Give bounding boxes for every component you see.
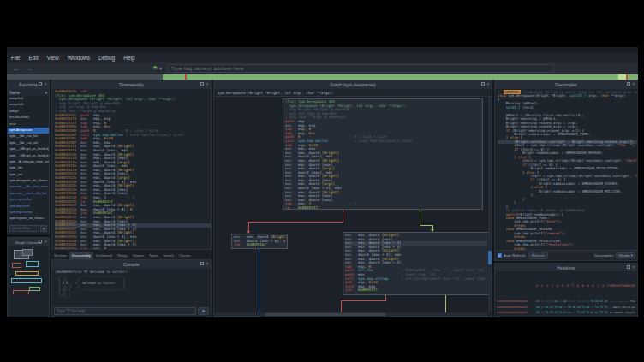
minimap-block: [15, 271, 39, 276]
tab-types[interactable]: Types: [146, 252, 160, 259]
bottom-tab-bar: SectionsDisassemblyDashboardStringsImpor…: [51, 250, 212, 259]
edge-false: [343, 210, 343, 222]
function-item[interactable]: sym._init: [8, 172, 49, 178]
function-item[interactable]: entry0: [8, 109, 49, 115]
function-item[interactable]: sym.register_tm_clones: [8, 216, 49, 222]
graph-canvas[interactable]: (fcn) sym.Aeropause 384 sym.Aeropause (B…: [214, 97, 488, 312]
dock-float-button[interactable]: [627, 82, 630, 86]
code-line[interactable]: void sym.Aeropause(Bright *Bright, uint3…: [498, 94, 637, 98]
function-item[interactable]: sym.deregister_tm_clones: [8, 178, 49, 184]
toolbar: ← → ⚑ ▾ Type flag name or address here: [7, 62, 638, 74]
graph-horizontal-scrollbar[interactable]: [214, 312, 488, 317]
menu-item-windows[interactable]: Windows: [63, 55, 94, 61]
tab-search[interactable]: Search: [161, 252, 176, 259]
dock-close-button[interactable]: ✕: [486, 82, 490, 86]
tab-imports[interactable]: Imports: [130, 252, 146, 259]
scrollbar-thumb[interactable]: [265, 313, 385, 316]
menu-item-file[interactable]: File: [7, 55, 24, 61]
function-item[interactable]: entry.init0: [8, 102, 49, 108]
scrollbar-thumb[interactable]: [488, 251, 492, 264]
console-send-button[interactable]: ➤: [198, 307, 209, 315]
console-panel: Console ✕ [0x080491fc]> ?E Welcome to Cu…: [51, 259, 212, 317]
decompiler-panel: Decompiler ✕ // WARNING: [r2ghidra] Fail…: [494, 80, 638, 261]
forward-arrow-icon[interactable]: →: [26, 65, 33, 73]
function-item[interactable]: entry.fini0: [8, 96, 49, 102]
flag-icon[interactable]: ⚑: [152, 65, 158, 72]
function-item[interactable]: sym.imp.malloc: [8, 197, 49, 203]
function-item[interactable]: sym.__x86.get_pc_thunk.bx: [8, 153, 49, 159]
tab-strings[interactable]: Strings: [115, 252, 130, 259]
edge-true-arrow: [431, 229, 434, 232]
graph-node-false-branch[interactable]: moveax, dword [Bright]moveax, dword [eax…: [343, 232, 488, 295]
dock-close-button[interactable]: ✕: [44, 240, 47, 243]
code-line[interactable]: ja0x8049247: [285, 206, 480, 210]
back-arrow-icon[interactable]: ←: [13, 65, 20, 73]
functions-title: Functions ✕: [8, 80, 49, 89]
function-item[interactable]: sym._dl_relocate_static_pie: [8, 159, 49, 165]
function-item[interactable]: sym.__libc_csu_fini: [8, 134, 49, 139]
menu-item-edit[interactable]: Edit: [24, 55, 42, 61]
graph-title: Graph (sym.Aeropause) ✕: [214, 80, 492, 89]
menu-item-debug[interactable]: Debug: [94, 55, 119, 61]
dock-close-button[interactable]: ✕: [632, 82, 635, 86]
edge-false: [248, 222, 343, 223]
refresh-button[interactable]: Refresh: [528, 252, 548, 259]
functions-name-header[interactable]: Name ▾: [8, 89, 49, 96]
graph-node-entry[interactable]: (fcn) sym.Aeropause 384 sym.Aeropause (B…: [283, 98, 483, 210]
dock-float-button[interactable]: [481, 82, 485, 86]
functions-panel: Functions ✕ Name ▾ entry.fini0entry.init…: [7, 80, 50, 234]
graph-node-true-branch[interactable]: moveax, dword [Bright]movdword [eax + 8]…: [231, 234, 288, 249]
console-input[interactable]: Type "?" for help: [54, 307, 196, 315]
dock-float-button[interactable]: [39, 82, 42, 86]
dock-float-button[interactable]: [200, 262, 204, 265]
menu-item-view[interactable]: View: [43, 55, 63, 61]
menu-item-help[interactable]: Help: [119, 55, 139, 61]
dock-close-button[interactable]: ✕: [206, 82, 209, 86]
minimap-block: [22, 249, 33, 256]
code-line[interactable]: 0x0804925esubesp, 8: [55, 247, 211, 249]
function-item[interactable]: sym.Aeropause: [8, 128, 49, 134]
function-item[interactable]: sym.imp.__stack_chk_fail: [8, 191, 49, 197]
function-item[interactable]: sym.imp.__libc_start_main: [8, 184, 49, 190]
tab-sections[interactable]: Sections: [51, 252, 69, 259]
dock-close-button[interactable]: ✕: [206, 262, 209, 265]
hexdump-grid[interactable]: 0 1 2 3 4 5 6 7 8 9 A B C D E F 01234567…: [497, 273, 635, 316]
chevron-down-icon[interactable]: ▾: [159, 66, 162, 71]
graph-overview-minimap[interactable]: [9, 247, 48, 316]
console-input-row: Type "?" for help ➤: [54, 307, 209, 315]
hexdump-row[interactable]: 0x000000000804a030696f6e006563686f657300…: [497, 315, 635, 316]
disassembly-listing[interactable]: 0x080491fbret(fcn) sym.Aeropause 384 sym…: [55, 90, 211, 249]
tab-classes[interactable]: Classes: [176, 252, 194, 259]
function-item[interactable]: sym.__libc_csu_init: [8, 140, 49, 146]
function-item[interactable]: fcn.080490b5: [8, 115, 49, 121]
edge-out: [259, 249, 259, 312]
decompiler-toolbar: ✓ Auto Refresh Refresh Decompiler: Ghidr…: [495, 250, 637, 260]
edge-false: [341, 300, 342, 312]
decompiler-select[interactable]: Ghidra ▾: [616, 252, 635, 258]
graph-vertical-scrollbar[interactable]: [488, 97, 492, 312]
function-item[interactable]: sym.imp.strcmp: [8, 210, 49, 216]
code-line[interactable]: jne0x80491f7: [345, 288, 487, 293]
sort-caret-icon[interactable]: ▾: [45, 91, 47, 95]
dock-close-button[interactable]: ✕: [632, 265, 635, 269]
tab-disassembly[interactable]: Disassembly: [69, 252, 93, 259]
auto-refresh-label: Auto Refresh: [504, 253, 526, 258]
dock-float-button[interactable]: [627, 265, 630, 269]
function-item[interactable]: sym._fini: [8, 165, 49, 171]
function-item[interactable]: main: [8, 122, 49, 128]
disassembly-title-label: Disassembly: [119, 82, 143, 87]
filter-icon[interactable]: ▼: [40, 225, 47, 232]
decompiler-code[interactable]: // WARNING: [r2ghidra] Failed to match t…: [495, 89, 637, 250]
auto-refresh-checkbox[interactable]: ✓: [498, 253, 502, 258]
dock-float-button[interactable]: [39, 240, 42, 243]
minimap-block: [26, 261, 39, 267]
dock-close-button[interactable]: ✕: [44, 82, 47, 86]
search-input[interactable]: Type flag name or address here: [167, 64, 554, 73]
tab-dashboard[interactable]: Dashboard: [93, 252, 115, 259]
window-titlebar: [7, 47, 638, 53]
function-item[interactable]: sym.__x86.get_pc_thunk.bp: [8, 146, 49, 152]
code-line[interactable]: jmp0x80492a7: [234, 243, 285, 247]
dock-float-button[interactable]: [200, 82, 204, 86]
quick-filter-input[interactable]: Quick Filter: [9, 225, 39, 232]
function-item[interactable]: sym.imp.printf: [8, 204, 49, 210]
